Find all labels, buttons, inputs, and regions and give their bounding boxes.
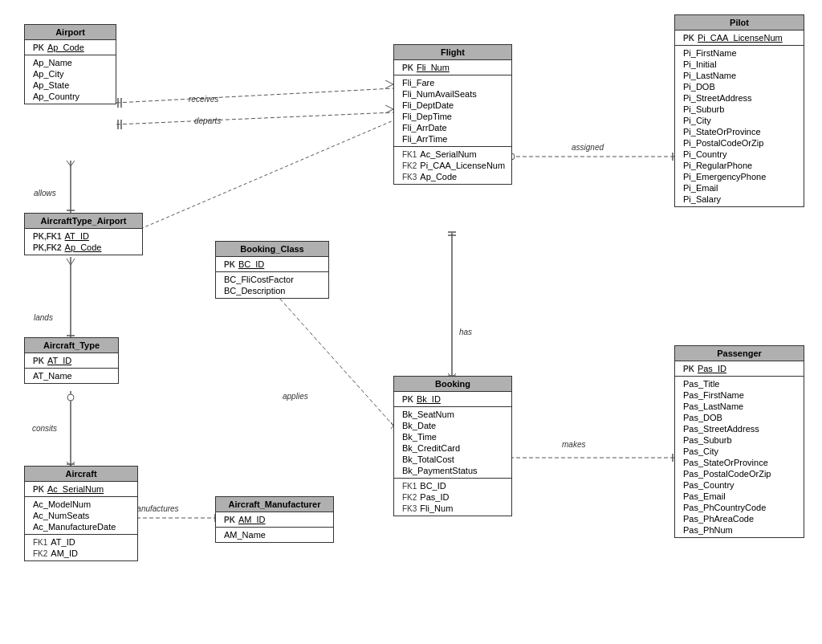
rel-assigned-pi: assigned (572, 143, 604, 152)
entity-airport-title: Airport (25, 25, 116, 40)
svg-line-2 (385, 84, 393, 88)
entity-booking-class: Booking_Class PKBC_ID BC_FliCostFactor B… (215, 241, 329, 299)
entity-aircraft-manufacturer: Aircraft_Manufacturer PKAM_ID AM_Name (215, 496, 334, 543)
svg-line-13 (67, 161, 71, 166)
entity-booking-class-title: Booking_Class (216, 242, 328, 257)
rel-makes: makes (562, 440, 585, 449)
airport-attr-apstate: Ap_State (30, 79, 111, 91)
airport-pk-apcode: PKAp_Code (30, 42, 111, 53)
entity-aircraft-type: Aircraft_Type PKAT_ID AT_Name (24, 337, 119, 384)
rel-allows: allows (34, 189, 56, 198)
svg-line-20 (71, 259, 75, 265)
rel-departs: departs (194, 116, 221, 125)
airport-attr-apcountry: Ap_Country (30, 91, 111, 102)
svg-line-1 (385, 80, 393, 84)
svg-point-24 (67, 394, 74, 401)
entity-passenger: Passenger PKPas_ID Pas_Title Pas_FirstNa… (674, 345, 804, 538)
rel-applies: applies (283, 392, 308, 401)
entity-pilot-title: Pilot (675, 15, 804, 31)
entity-aircrafttype-airport: AircraftType_Airport PK,FK1AT_ID PK,FK2A… (24, 213, 143, 255)
entity-pilot: Pilot PKPi_CAA_LicenseNum Pi_FirstName P… (674, 14, 804, 207)
entity-aircraft-type-title: Aircraft_Type (25, 338, 118, 353)
entity-flight-title: Flight (394, 45, 511, 60)
svg-line-19 (67, 259, 71, 265)
svg-line-0 (116, 88, 393, 103)
rel-consits: consits (32, 424, 57, 433)
rel-has: has (459, 328, 472, 336)
entity-aircraft: Aircraft PKAc_SerialNum Ac_ModelNum Ac_N… (24, 466, 138, 561)
entity-passenger-title: Passenger (675, 346, 804, 361)
svg-line-38 (271, 289, 393, 426)
svg-line-6 (385, 105, 393, 109)
flight-pk-flinum: PKFli_Num (399, 62, 507, 73)
airport-attr-apcity: Ap_City (30, 68, 111, 79)
svg-line-5 (116, 112, 393, 124)
entity-booking: Booking PKBk_ID Bk_SeatNum Bk_Date Bk_Ti… (393, 376, 512, 516)
svg-line-15 (140, 120, 393, 229)
rel-receives: receives (189, 95, 218, 104)
airport-attr-apname: Ap_Name (30, 57, 111, 68)
entity-aircraft-manufacturer-title: Aircraft_Manufacturer (216, 497, 333, 512)
entity-airport: Airport PKAp_Code Ap_Name Ap_City Ap_Sta… (24, 24, 116, 104)
entity-aircrafttype-airport-title: AircraftType_Airport (25, 214, 142, 229)
rel-lands: lands (34, 313, 53, 322)
svg-line-7 (385, 109, 393, 113)
entity-flight: Flight PKFli_Num Fli_Fare Fli_NumAvailSe… (393, 44, 512, 185)
entity-aircraft-title: Aircraft (25, 467, 137, 482)
svg-line-14 (71, 161, 75, 166)
entity-booking-title: Booking (394, 377, 511, 392)
erd-diagram: receives departs allows assigned lands c… (0, 0, 822, 644)
